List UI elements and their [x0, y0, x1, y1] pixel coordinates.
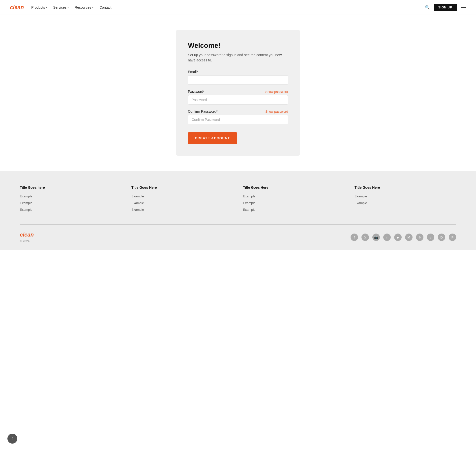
- footer-link-1-0[interactable]: Example: [131, 194, 233, 198]
- card-subtitle: Set up your password to sign in and see …: [188, 53, 288, 63]
- hamburger-line: [461, 6, 466, 6]
- show-confirm-password-button[interactable]: Show password: [265, 110, 288, 113]
- nav-left: clean Products ▾ Services ▾ Resources ▾ …: [10, 4, 111, 11]
- footer-bottom: clean © 2024 f𝕏📷in▶M✈♪DP: [20, 225, 456, 250]
- main-content: Welcome! Set up your password to sign in…: [0, 15, 476, 171]
- nav-right: 🔍 SIGN UP: [425, 4, 466, 11]
- navbar: clean Products ▾ Services ▾ Resources ▾ …: [0, 0, 476, 15]
- show-password-button[interactable]: Show password: [265, 90, 288, 94]
- signup-card: Welcome! Set up your password to sign in…: [176, 30, 300, 156]
- chevron-down-icon: ▾: [92, 6, 93, 9]
- card-title: Welcome!: [188, 42, 288, 50]
- footer-link-1-1[interactable]: Example: [131, 201, 233, 205]
- email-label-row: Email*: [188, 70, 288, 74]
- email-label: Email*: [188, 70, 198, 74]
- pinterest-icon[interactable]: P: [449, 234, 456, 241]
- confirm-password-label: Confirm Password*: [188, 109, 218, 113]
- footer-col-1: Title Goes HereExampleExampleExample: [131, 186, 233, 214]
- confirm-password-group: Confirm Password* Show password: [188, 109, 288, 124]
- password-label-row: Password* Show password: [188, 90, 288, 94]
- footer-link-2-1[interactable]: Example: [243, 201, 345, 205]
- footer-brand: clean © 2024: [20, 232, 34, 243]
- youtube-icon[interactable]: ▶: [394, 234, 402, 241]
- footer: Title Goes hereExampleExampleExampleTitl…: [0, 171, 476, 250]
- telegram-icon[interactable]: ✈: [416, 234, 423, 241]
- footer-link-2-0[interactable]: Example: [243, 194, 345, 198]
- footer-col-title-2: Title Goes Here: [243, 186, 345, 189]
- hamburger-button[interactable]: [461, 6, 466, 9]
- hamburger-line: [461, 7, 466, 8]
- confirm-label-row: Confirm Password* Show password: [188, 109, 288, 113]
- footer-col-3: Title Goes HereExampleExample: [355, 186, 456, 214]
- signup-button[interactable]: SIGN UP: [434, 4, 457, 11]
- confirm-password-input[interactable]: [188, 115, 288, 124]
- password-input[interactable]: [188, 95, 288, 105]
- footer-col-2: Title Goes HereExampleExampleExample: [243, 186, 345, 214]
- footer-link-3-0[interactable]: Example: [355, 194, 456, 198]
- footer-link-0-2[interactable]: Example: [20, 208, 121, 212]
- footer-col-title-1: Title Goes Here: [131, 186, 233, 189]
- facebook-icon[interactable]: f: [351, 234, 358, 241]
- tiktok-icon[interactable]: ♪: [427, 234, 434, 241]
- hamburger-line: [461, 9, 466, 9]
- footer-col-0: Title Goes hereExampleExampleExample: [20, 186, 121, 214]
- email-input[interactable]: [188, 75, 288, 85]
- footer-link-1-2[interactable]: Example: [131, 208, 233, 212]
- medium-icon[interactable]: M: [405, 234, 413, 241]
- nav-products[interactable]: Products ▾: [31, 5, 47, 9]
- footer-grid: Title Goes hereExampleExampleExampleTitl…: [20, 186, 456, 225]
- nav-links: Products ▾ Services ▾ Resources ▾ Contac…: [31, 5, 111, 9]
- password-label: Password*: [188, 90, 205, 94]
- footer-link-0-0[interactable]: Example: [20, 194, 121, 198]
- x-twitter-icon[interactable]: 𝕏: [361, 234, 369, 241]
- chevron-down-icon: ▾: [67, 6, 69, 9]
- discord-icon[interactable]: D: [438, 234, 445, 241]
- instagram-icon[interactable]: 📷: [372, 234, 380, 241]
- footer-col-title-0: Title Goes here: [20, 186, 121, 189]
- linkedin-icon[interactable]: in: [383, 234, 391, 241]
- footer-link-3-1[interactable]: Example: [355, 201, 456, 205]
- social-icons: f𝕏📷in▶M✈♪DP: [351, 234, 456, 241]
- create-account-button[interactable]: CREATE ACCOUNT: [188, 132, 237, 144]
- footer-link-2-2[interactable]: Example: [243, 208, 345, 212]
- brand-logo[interactable]: clean: [10, 4, 24, 11]
- nav-resources[interactable]: Resources ▾: [75, 5, 93, 9]
- email-group: Email*: [188, 70, 288, 85]
- footer-copyright: © 2024: [20, 239, 34, 243]
- footer-link-0-1[interactable]: Example: [20, 201, 121, 205]
- footer-col-title-3: Title Goes Here: [355, 186, 456, 189]
- search-button[interactable]: 🔍: [425, 5, 430, 10]
- nav-services[interactable]: Services ▾: [53, 5, 69, 9]
- search-icon: 🔍: [425, 5, 430, 9]
- chevron-down-icon: ▾: [46, 6, 47, 9]
- password-group: Password* Show password: [188, 90, 288, 105]
- nav-contact[interactable]: Contact: [99, 5, 111, 9]
- footer-logo[interactable]: clean: [20, 232, 34, 238]
